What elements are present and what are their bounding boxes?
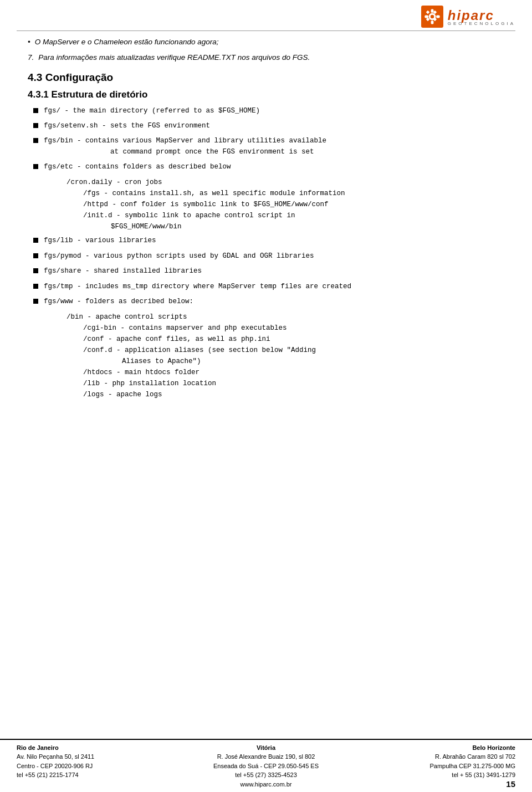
sq-bullet-icon-6	[33, 253, 38, 258]
svg-rect-4	[431, 21, 433, 24]
etc-sub-1: /cron.daily - cron jobs	[66, 177, 504, 188]
footer-web-vitoria: www.hiparc.com.br	[241, 781, 292, 788]
footer-city-bh: Belo Horizonte	[472, 744, 515, 751]
footer-col-rj: Rio de Janeiro Av. Nilo Peçanha 50, sl 2…	[17, 743, 183, 789]
sq-bullet-icon-7	[33, 268, 38, 273]
page-number: 15	[506, 779, 515, 789]
svg-point-2	[431, 15, 434, 18]
sq-bullet-icon-8	[33, 284, 38, 289]
sq-bullet-icon-3	[33, 138, 38, 143]
etc-sub-2: /fgs - contains install.sh, as well spec…	[66, 188, 504, 199]
brand-text: hiparc GEOTECNOLOGIA	[448, 8, 515, 26]
footer-addr2-rj: Centro - CEP 20020-906 RJ	[17, 763, 93, 769]
footer-city-rj: Rio de Janeiro	[17, 744, 59, 751]
footer-addr2-bh: Pampulha CEP 31.275-000 MG	[430, 763, 516, 769]
pymod-text: fgs/pymod - various python scripts used …	[44, 251, 314, 262]
www-text: fgs/www - folders as decribed below:	[44, 297, 193, 307]
svg-rect-3	[431, 9, 433, 12]
footer-addr1-vitoria: R. José Alexandre Buaiz 190, sl 802	[217, 753, 315, 760]
brand-sub: GEOTECNOLOGIA	[448, 21, 515, 26]
gear-icon	[421, 6, 443, 28]
sq-bullet-icon	[33, 108, 38, 113]
sq-bullet-icon-9	[33, 299, 38, 304]
www-subitems: /bin - apache control scripts /cgi-bin -…	[66, 311, 504, 400]
dir-item-fgs: fgs/ - the main directory (referred to a…	[28, 106, 504, 116]
header: hiparc GEOTECNOLOGIA	[0, 0, 532, 30]
fgsbin-sub: at command prompt once the FGS environme…	[110, 148, 314, 156]
footer-tel-rj: tel +55 (21) 2215-1774	[17, 771, 79, 778]
dir-item-pymod: fgs/pymod - various python scripts used …	[28, 251, 504, 262]
sq-bullet-icon-5	[33, 238, 38, 243]
sq-bullet-icon-2	[33, 123, 38, 128]
dir-item-fgsetc: fgs/etc - contains folders as described …	[28, 162, 504, 172]
footer-city-vitoria: Vitória	[257, 744, 275, 751]
etc-sub-5: $FGS_HOME/www/bin	[111, 221, 504, 232]
etc-subitems: /cron.daily - cron jobs /fgs - contains …	[66, 177, 504, 232]
share-text: fgs/share - shared installed libraries	[44, 266, 202, 277]
footer-addr1-rj: Av. Nilo Peçanha 50, sl 2411	[17, 753, 94, 760]
www-sub-htdocs: /htdocs - main htdocs folder	[66, 367, 504, 378]
svg-rect-5	[424, 16, 428, 18]
www-sub-lib: /lib - php installation location	[66, 378, 504, 389]
bullet-dot-2: 7.	[28, 52, 34, 63]
logo-wrapper: hiparc GEOTECNOLOGIA	[421, 6, 515, 28]
main-content: • O MapServer e o Chameleon estão funcio…	[0, 31, 532, 467]
dir-item-www: fgs/www - folders as decribed below:	[28, 297, 504, 307]
dir-item-share: fgs/share - shared installed libraries	[28, 266, 504, 277]
tmp-text: fgs/tmp - includes ms_tmp directory wher…	[44, 282, 351, 292]
page: hiparc GEOTECNOLOGIA • O MapServer e o C…	[0, 0, 532, 792]
footer-col-vitoria: Vitória R. José Alexandre Buaiz 190, sl …	[183, 743, 349, 789]
www-sub-confd-2: Aliases to Apache")	[122, 356, 504, 367]
www-sub-confd-1: /conf.d - application aliases (see secti…	[66, 345, 504, 356]
bullet-dot-1: •	[28, 37, 30, 48]
dir-item-tmp: fgs/tmp - includes ms_tmp directory wher…	[28, 282, 504, 292]
www-sub-cgibin: /cgi-bin - contains mapserver and php ex…	[66, 323, 504, 334]
footer-tel-vitoria: tel +55 (27) 3325-4523	[235, 771, 297, 778]
dir-item-fgs-text: fgs/ - the main directory (referred to a…	[44, 106, 260, 116]
footer: Rio de Janeiro Av. Nilo Peçanha 50, sl 2…	[0, 739, 532, 793]
dir-item-fgsbin-block: fgs/bin - contains various MapServer and…	[44, 136, 326, 157]
bullet-item-2: 7. Para informações mais atualizadas ver…	[28, 52, 504, 63]
dir-item-setenv-text: fgs/setenv.sh - sets the FGS environment	[44, 121, 210, 131]
fgsbin-main: fgs/bin - contains various MapServer and…	[44, 137, 326, 145]
www-sub-bin: /bin - apache control scripts	[66, 311, 504, 323]
footer-addr2-vitoria: Enseada do Suá - CEP 29.050-545 ES	[213, 763, 319, 769]
section-heading: 4.3 Configuração	[28, 71, 504, 84]
footer-col-bh: Belo Horizonte R. Abrahão Caram 820 sl 7…	[349, 743, 515, 789]
footer-content: Rio de Janeiro Av. Nilo Peçanha 50, sl 2…	[0, 740, 532, 793]
footer-tel-bh: tel + 55 (31) 3491-1279	[452, 771, 515, 778]
dir-item-setenv: fgs/setenv.sh - sets the FGS environment	[28, 121, 504, 131]
etc-sub-4: /init.d - symbolic link to apache contro…	[66, 210, 504, 221]
www-sub-logs: /logs - apache logs	[66, 389, 504, 400]
footer-addr1-bh: R. Abrahão Caram 820 sl 702	[435, 753, 515, 760]
bullet-item-1: • O MapServer e o Chameleon estão funcio…	[28, 37, 504, 48]
svg-rect-6	[436, 16, 439, 18]
logo-container: hiparc GEOTECNOLOGIA	[421, 6, 515, 28]
dir-item-fgsbin: fgs/bin - contains various MapServer and…	[28, 136, 504, 157]
bullet-text-2: Para informações mais atualizadas verifi…	[38, 52, 310, 63]
fgslib-text: fgs/lib - various libraries	[44, 236, 156, 246]
bullet-text-1: O MapServer e o Chameleon estão funciona…	[35, 37, 219, 48]
section-subheading: 4.3.1 Estrutura de diretório	[28, 89, 504, 100]
sq-bullet-icon-4	[33, 164, 38, 169]
www-sub-conf: /conf - apache conf files, as well as ph…	[66, 334, 504, 345]
dir-item-fgslib: fgs/lib - various libraries	[28, 236, 504, 246]
fgsetc-text: fgs/etc - contains folders as described …	[44, 162, 231, 172]
etc-sub-3: /httpd - conf folder is symbolic link to…	[66, 199, 504, 210]
